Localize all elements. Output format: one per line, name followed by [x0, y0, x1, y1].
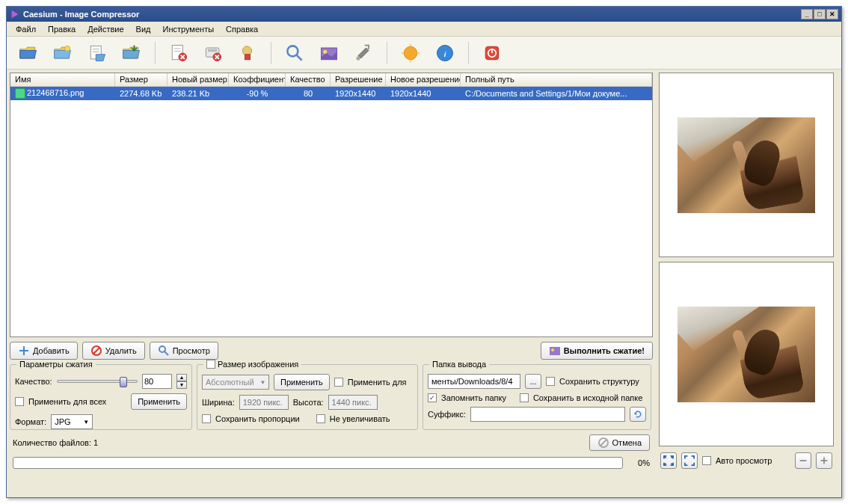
col-newsize[interactable]: Новый размер — [168, 73, 229, 86]
svg-line-18 — [297, 55, 302, 60]
open-files-icon[interactable] — [16, 40, 41, 66]
apply-quality-button[interactable]: Применить — [131, 393, 187, 410]
magnifier-icon — [158, 345, 170, 357]
cell-newsize: 238.21 Kb — [168, 88, 229, 99]
quality-down[interactable]: ▼ — [176, 381, 187, 389]
svg-line-33 — [93, 348, 99, 354]
table-header: Имя Размер Новый размер Коэффициент Каче… — [10, 73, 652, 87]
cell-quality: 80 — [286, 88, 331, 99]
col-newres[interactable]: Новое разрешение — [386, 73, 461, 86]
preview-image — [678, 307, 815, 402]
save-list-icon[interactable] — [119, 40, 144, 66]
cell-path: C:/Documents and Settings/1/Мои докуме..… — [461, 88, 652, 99]
svg-point-34 — [159, 346, 165, 352]
width-input[interactable] — [239, 395, 289, 410]
keep-structure-label: Сохранить структуру — [559, 377, 639, 386]
preview-icon[interactable] — [282, 40, 307, 66]
progress-text: 0% — [627, 458, 650, 467]
compress-button[interactable]: Выполнить сжатие! — [541, 342, 653, 360]
svg-line-35 — [165, 351, 168, 355]
width-label: Ширина: — [202, 398, 235, 407]
keep-ratio-checkbox[interactable] — [202, 414, 211, 423]
cancel-button[interactable]: Отмена — [589, 434, 650, 451]
maximize-button[interactable]: □ — [814, 9, 826, 19]
suffix-label: Суффикс: — [428, 410, 466, 419]
remove-file-icon[interactable] — [166, 40, 191, 66]
settings-icon[interactable] — [351, 40, 376, 66]
svg-line-39 — [600, 440, 606, 446]
file-table[interactable]: Имя Размер Новый размер Коэффициент Каче… — [10, 73, 653, 337]
browse-button[interactable]: ... — [525, 374, 541, 389]
preview-compressed — [659, 262, 834, 446]
height-label: Высота: — [293, 398, 324, 407]
app-window: Caesium - Image Compressor _ □ ✕ Файл Пр… — [6, 6, 842, 498]
menu-view[interactable]: Вид — [130, 23, 157, 35]
quality-input[interactable] — [142, 374, 172, 389]
auto-preview-checkbox[interactable] — [702, 456, 711, 465]
remember-folder-checkbox[interactable]: ✓ — [428, 393, 437, 402]
output-path-input[interactable] — [428, 374, 520, 389]
table-row[interactable]: 212468716.png 2274.68 Kb 238.21 Kb -90 %… — [10, 87, 652, 100]
quality-up[interactable]: ▲ — [176, 374, 187, 381]
menu-action[interactable]: Действие — [82, 23, 129, 35]
col-res[interactable]: Разрешение — [331, 73, 386, 86]
web-icon[interactable] — [398, 40, 423, 66]
fullscreen-button[interactable] — [681, 452, 698, 469]
resize-mode-select[interactable]: Абсолютный▼ — [202, 375, 269, 390]
zoom-out-button[interactable] — [795, 452, 811, 469]
menu-file[interactable]: Файл — [10, 23, 42, 35]
save-orig-checkbox[interactable] — [520, 393, 529, 402]
open-folder-icon[interactable] — [50, 40, 76, 66]
menu-tools[interactable]: Инструменты — [156, 23, 220, 35]
save-orig-label: Сохранить в исходной папке — [533, 393, 642, 402]
clear-list-icon[interactable] — [235, 40, 260, 66]
add-button[interactable]: Добавить — [10, 342, 78, 360]
apply-for-label: Применить для — [348, 378, 407, 387]
no-enlarge-label: Не увеличивать — [330, 414, 390, 423]
apply-all-label: Применить для всех — [28, 397, 106, 406]
svg-point-17 — [287, 46, 298, 56]
svg-point-21 — [356, 56, 360, 60]
quality-label: Качество: — [15, 377, 52, 386]
svg-rect-12 — [208, 49, 217, 52]
cell-size: 2274.68 Kb — [115, 88, 168, 99]
col-size[interactable]: Размер — [115, 73, 168, 86]
suffix-input[interactable] — [470, 407, 625, 422]
col-coeff[interactable]: Коэффициент — [229, 73, 286, 86]
exit-icon[interactable] — [479, 40, 505, 66]
col-quality[interactable]: Качество — [286, 73, 331, 86]
format-select[interactable]: JPG▼ — [51, 414, 93, 429]
compress-action-icon — [549, 345, 561, 357]
compress-icon[interactable] — [316, 40, 342, 66]
output-title: Папка вывода — [429, 360, 489, 369]
remove-button[interactable]: Удалить — [82, 342, 145, 360]
keep-structure-checkbox[interactable] — [546, 377, 555, 386]
col-name[interactable]: Имя — [10, 73, 115, 86]
resize-enable-checkbox[interactable] — [206, 360, 215, 369]
svg-marker-0 — [12, 10, 19, 19]
minimize-button[interactable]: _ — [801, 9, 813, 19]
suffix-reset-button[interactable] — [630, 407, 646, 422]
info-icon[interactable]: i — [432, 40, 458, 66]
titlebar: Caesium - Image Compressor _ □ ✕ — [7, 7, 841, 22]
svg-rect-40 — [800, 460, 807, 461]
menu-edit[interactable]: Правка — [42, 23, 82, 35]
close-button[interactable]: ✕ — [826, 9, 838, 19]
remove-folder-icon[interactable] — [200, 40, 226, 66]
col-path[interactable]: Полный путь — [461, 73, 652, 86]
fit-view-button[interactable] — [660, 452, 677, 469]
menu-help[interactable]: Справка — [220, 23, 264, 35]
apply-for-checkbox[interactable] — [334, 378, 343, 387]
preview-original — [659, 73, 834, 257]
svg-point-37 — [551, 348, 554, 351]
open-list-icon[interactable] — [85, 40, 110, 66]
no-enlarge-checkbox[interactable] — [316, 414, 325, 423]
output-group: Папка вывода ... Сохранить структуру ✓ З… — [423, 364, 651, 430]
apply-all-checkbox[interactable] — [15, 397, 24, 406]
cell-name: 212468716.png — [27, 88, 84, 97]
apply-resize-button[interactable]: Применить — [274, 374, 330, 390]
preview-button[interactable]: Просмотр — [150, 342, 218, 360]
zoom-in-button[interactable] — [816, 452, 832, 469]
quality-slider[interactable] — [57, 380, 138, 383]
height-input[interactable] — [328, 395, 378, 410]
